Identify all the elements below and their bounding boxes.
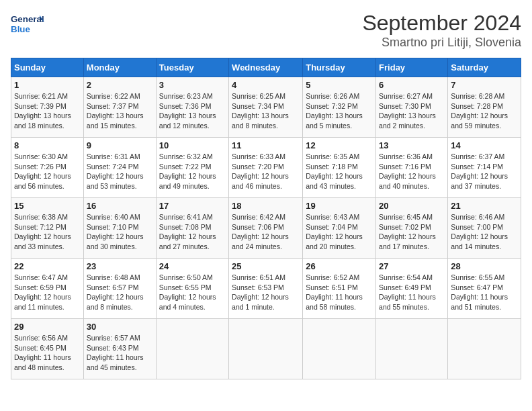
calendar-cell: 28 Sunrise: 6:55 AM Sunset: 6:47 PM Dayl… bbox=[448, 259, 521, 319]
calendar-cell bbox=[303, 319, 376, 379]
calendar-cell: 2 Sunrise: 6:22 AM Sunset: 7:37 PM Dayli… bbox=[83, 77, 156, 138]
day-number: 1 bbox=[14, 80, 81, 90]
logo: General Blue bbox=[11, 11, 47, 38]
calendar-cell bbox=[229, 319, 303, 379]
day-number: 4 bbox=[232, 80, 300, 90]
day-info: Sunrise: 6:43 AM Sunset: 7:04 PM Dayligh… bbox=[306, 212, 373, 252]
day-info: Sunrise: 6:55 AM Sunset: 6:47 PM Dayligh… bbox=[451, 273, 518, 312]
svg-text:General: General bbox=[11, 14, 44, 24]
day-number: 25 bbox=[232, 261, 300, 271]
calendar-cell: 14 Sunrise: 6:37 AM Sunset: 7:14 PM Dayl… bbox=[448, 138, 521, 198]
calendar-cell: 7 Sunrise: 6:28 AM Sunset: 7:28 PM Dayli… bbox=[448, 77, 521, 138]
day-info: Sunrise: 6:46 AM Sunset: 7:00 PM Dayligh… bbox=[451, 212, 518, 252]
day-info: Sunrise: 6:25 AM Sunset: 7:34 PM Dayligh… bbox=[232, 91, 300, 131]
calendar-cell: 23 Sunrise: 6:48 AM Sunset: 6:57 PM Dayl… bbox=[83, 259, 156, 319]
day-info: Sunrise: 6:50 AM Sunset: 6:55 PM Dayligh… bbox=[159, 273, 226, 312]
day-info: Sunrise: 6:28 AM Sunset: 7:28 PM Dayligh… bbox=[451, 91, 518, 131]
calendar-cell: 9 Sunrise: 6:31 AM Sunset: 7:24 PM Dayli… bbox=[83, 138, 156, 198]
calendar-cell bbox=[376, 319, 448, 379]
calendar-cell: 18 Sunrise: 6:42 AM Sunset: 7:06 PM Dayl… bbox=[229, 198, 303, 259]
calendar-cell: 21 Sunrise: 6:46 AM Sunset: 7:00 PM Dayl… bbox=[448, 198, 521, 259]
calendar-cell: 24 Sunrise: 6:50 AM Sunset: 6:55 PM Dayl… bbox=[156, 259, 228, 319]
title-block: September 2024 Smartno pri Litiji, Slove… bbox=[362, 11, 521, 50]
day-info: Sunrise: 6:45 AM Sunset: 7:02 PM Dayligh… bbox=[379, 212, 445, 252]
col-sunday: Sunday bbox=[11, 58, 84, 77]
day-number: 30 bbox=[87, 322, 153, 332]
day-number: 26 bbox=[306, 261, 373, 271]
day-info: Sunrise: 6:31 AM Sunset: 7:24 PM Dayligh… bbox=[87, 152, 153, 191]
calendar-cell: 16 Sunrise: 6:40 AM Sunset: 7:10 PM Dayl… bbox=[83, 198, 156, 259]
day-number: 18 bbox=[232, 201, 300, 211]
calendar-cell: 22 Sunrise: 6:47 AM Sunset: 6:59 PM Dayl… bbox=[11, 259, 84, 319]
day-number: 8 bbox=[14, 140, 81, 150]
calendar-cell: 6 Sunrise: 6:27 AM Sunset: 7:30 PM Dayli… bbox=[376, 77, 448, 138]
calendar-row: 1 Sunrise: 6:21 AM Sunset: 7:39 PM Dayli… bbox=[11, 77, 521, 138]
day-info: Sunrise: 6:54 AM Sunset: 6:49 PM Dayligh… bbox=[379, 273, 445, 312]
day-number: 24 bbox=[159, 261, 226, 271]
day-number: 14 bbox=[451, 140, 518, 150]
day-number: 20 bbox=[379, 201, 445, 211]
col-wednesday: Wednesday bbox=[229, 58, 303, 77]
calendar-cell: 10 Sunrise: 6:32 AM Sunset: 7:22 PM Dayl… bbox=[156, 138, 228, 198]
day-number: 10 bbox=[159, 140, 226, 150]
col-thursday: Thursday bbox=[303, 58, 376, 77]
day-number: 27 bbox=[379, 261, 445, 271]
day-info: Sunrise: 6:52 AM Sunset: 6:51 PM Dayligh… bbox=[306, 273, 373, 312]
day-info: Sunrise: 6:38 AM Sunset: 7:12 PM Dayligh… bbox=[14, 212, 81, 252]
day-info: Sunrise: 6:36 AM Sunset: 7:16 PM Dayligh… bbox=[379, 152, 445, 191]
day-info: Sunrise: 6:56 AM Sunset: 6:45 PM Dayligh… bbox=[14, 333, 81, 373]
day-number: 17 bbox=[159, 201, 226, 211]
day-number: 9 bbox=[87, 140, 153, 150]
day-number: 5 bbox=[306, 80, 373, 90]
calendar-cell bbox=[156, 319, 228, 379]
calendar-header-row: Sunday Monday Tuesday Wednesday Thursday… bbox=[11, 58, 521, 77]
day-number: 22 bbox=[14, 261, 81, 271]
day-info: Sunrise: 6:27 AM Sunset: 7:30 PM Dayligh… bbox=[379, 91, 445, 131]
col-saturday: Saturday bbox=[448, 58, 521, 77]
calendar-cell: 11 Sunrise: 6:33 AM Sunset: 7:20 PM Dayl… bbox=[229, 138, 303, 198]
calendar-cell: 1 Sunrise: 6:21 AM Sunset: 7:39 PM Dayli… bbox=[11, 77, 84, 138]
page-header: General Blue September 2024 Smartno pri … bbox=[11, 11, 521, 50]
day-number: 29 bbox=[14, 322, 81, 332]
calendar-cell: 17 Sunrise: 6:41 AM Sunset: 7:08 PM Dayl… bbox=[156, 198, 228, 259]
calendar-cell: 3 Sunrise: 6:23 AM Sunset: 7:36 PM Dayli… bbox=[156, 77, 228, 138]
day-number: 6 bbox=[379, 80, 445, 90]
day-number: 13 bbox=[379, 140, 445, 150]
day-number: 3 bbox=[159, 80, 226, 90]
calendar-cell bbox=[448, 319, 521, 379]
calendar-cell: 12 Sunrise: 6:35 AM Sunset: 7:18 PM Dayl… bbox=[303, 138, 376, 198]
location-title: Smartno pri Litiji, Slovenia bbox=[362, 36, 521, 50]
calendar-cell: 20 Sunrise: 6:45 AM Sunset: 7:02 PM Dayl… bbox=[376, 198, 448, 259]
calendar-cell: 19 Sunrise: 6:43 AM Sunset: 7:04 PM Dayl… bbox=[303, 198, 376, 259]
day-info: Sunrise: 6:41 AM Sunset: 7:08 PM Dayligh… bbox=[159, 212, 226, 252]
logo-icon: General Blue bbox=[11, 11, 44, 38]
svg-text:Blue: Blue bbox=[11, 24, 30, 34]
day-number: 23 bbox=[87, 261, 153, 271]
day-number: 2 bbox=[87, 80, 153, 90]
calendar-cell: 29 Sunrise: 6:56 AM Sunset: 6:45 PM Dayl… bbox=[11, 319, 84, 379]
day-number: 7 bbox=[451, 80, 518, 90]
day-info: Sunrise: 6:40 AM Sunset: 7:10 PM Dayligh… bbox=[87, 212, 153, 252]
day-number: 21 bbox=[451, 201, 518, 211]
col-monday: Monday bbox=[83, 58, 156, 77]
day-info: Sunrise: 6:48 AM Sunset: 6:57 PM Dayligh… bbox=[87, 273, 153, 312]
day-info: Sunrise: 6:26 AM Sunset: 7:32 PM Dayligh… bbox=[306, 91, 373, 131]
day-number: 15 bbox=[14, 201, 81, 211]
col-tuesday: Tuesday bbox=[156, 58, 228, 77]
day-info: Sunrise: 6:57 AM Sunset: 6:43 PM Dayligh… bbox=[87, 333, 153, 373]
calendar-row: 22 Sunrise: 6:47 AM Sunset: 6:59 PM Dayl… bbox=[11, 259, 521, 319]
calendar-row: 29 Sunrise: 6:56 AM Sunset: 6:45 PM Dayl… bbox=[11, 319, 521, 379]
calendar-cell: 13 Sunrise: 6:36 AM Sunset: 7:16 PM Dayl… bbox=[376, 138, 448, 198]
col-friday: Friday bbox=[376, 58, 448, 77]
calendar-row: 8 Sunrise: 6:30 AM Sunset: 7:26 PM Dayli… bbox=[11, 138, 521, 198]
calendar-cell: 8 Sunrise: 6:30 AM Sunset: 7:26 PM Dayli… bbox=[11, 138, 84, 198]
day-info: Sunrise: 6:47 AM Sunset: 6:59 PM Dayligh… bbox=[14, 273, 81, 312]
calendar-table: Sunday Monday Tuesday Wednesday Thursday… bbox=[11, 58, 521, 379]
calendar-cell: 15 Sunrise: 6:38 AM Sunset: 7:12 PM Dayl… bbox=[11, 198, 84, 259]
day-number: 28 bbox=[451, 261, 518, 271]
calendar-cell: 26 Sunrise: 6:52 AM Sunset: 6:51 PM Dayl… bbox=[303, 259, 376, 319]
day-info: Sunrise: 6:30 AM Sunset: 7:26 PM Dayligh… bbox=[14, 152, 81, 191]
day-number: 19 bbox=[306, 201, 373, 211]
calendar-cell: 27 Sunrise: 6:54 AM Sunset: 6:49 PM Dayl… bbox=[376, 259, 448, 319]
day-info: Sunrise: 6:37 AM Sunset: 7:14 PM Dayligh… bbox=[451, 152, 518, 191]
